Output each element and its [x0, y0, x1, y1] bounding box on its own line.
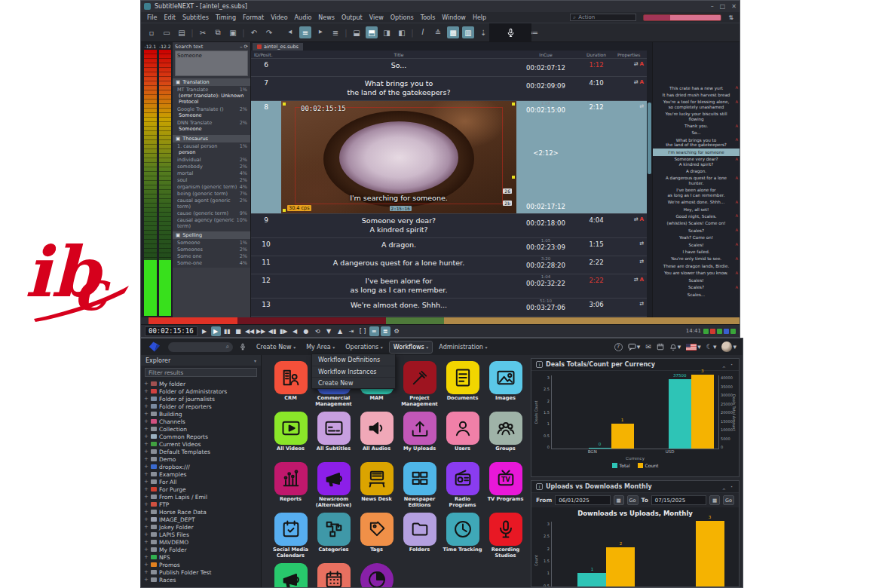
tree-item-folder-of-reporters[interactable]: +Folder of reporters [144, 403, 261, 410]
app-tile-tv-programs[interactable]: TVTV Programs [484, 462, 527, 508]
from-go-button[interactable]: Go [627, 495, 639, 505]
tree-item-folder-of-administrators[interactable]: +Folder of Administrators [144, 387, 261, 395]
subtitle-row-12[interactable]: 12I've been alone foras long as I can re… [251, 274, 647, 299]
app-tile-newspaper-editions[interactable]: Newspaper Editions [398, 462, 441, 508]
expand-icon[interactable]: + [144, 426, 149, 432]
expand-icon[interactable]: + [144, 456, 149, 462]
app-tile-groups[interactable]: Groups [484, 412, 527, 458]
language-flag-icon[interactable]: ▾ [686, 343, 701, 351]
subtitle-row-7[interactable]: 7What brings you tothe land of the gatek… [251, 77, 647, 101]
transport-cols-button[interactable]: ≣ [381, 326, 390, 336]
file-tab[interactable]: aintel_es.subs [253, 43, 303, 51]
menu-edit[interactable]: Edit [164, 14, 176, 21]
row-title[interactable]: A dragon. [281, 238, 516, 256]
section-thesaurus[interactable]: ▣Thesaurus [173, 135, 250, 142]
voice-search-icon[interactable] [239, 342, 247, 351]
toolbar-pos-br-button[interactable]: ◨ [381, 26, 393, 38]
toolbar-align-right-button[interactable]: ⯈ [314, 26, 326, 38]
tree-item-horse-race-data[interactable]: +Horse Race Data [144, 508, 261, 516]
app-tile-all-subtitles[interactable]: All Subtitles [312, 412, 355, 458]
column-header-duration[interactable]: Duration [575, 52, 617, 57]
toolbar-redo-button[interactable]: ↷ [263, 26, 275, 38]
tree-item-dropbox-[interactable]: +dropbox:/// [144, 463, 261, 470]
app-tile-all-audios[interactable]: All Audios [355, 412, 398, 458]
microphone-panel[interactable] [489, 23, 531, 41]
expand-icon[interactable]: + [144, 464, 149, 470]
app-tile-my-clock-in-out[interactable]: My Clock In/Out [355, 563, 398, 588]
subtitle-row-6[interactable]: 6So...00:02:07:121:12⇄A [251, 59, 647, 77]
preview-list-item[interactable]: You're only timid to see.A [653, 256, 740, 262]
to-go-button[interactable]: Go [723, 495, 734, 505]
nav-menu-workflows[interactable]: Workflows ▾ [390, 341, 432, 353]
preview-list-item[interactable]: It has dried mush harvest bread [653, 91, 740, 98]
panel-item[interactable]: 1. causal person1% [173, 142, 250, 149]
toolbar-colors-button[interactable]: ▥ [462, 26, 474, 38]
transport-in-out-button[interactable]: [ ] [358, 326, 368, 336]
tree-item-my-folder[interactable]: +My folder [144, 380, 261, 387]
app-tile-my-uploads[interactable]: My Uploads [398, 412, 441, 458]
mail-icon[interactable]: ✉ [645, 343, 651, 351]
minimize-button[interactable]: – [711, 3, 714, 10]
menu-help[interactable]: Help [473, 14, 486, 21]
legend-count[interactable]: Count [638, 463, 659, 468]
refresh-icon[interactable]: ⟳ [244, 44, 248, 50]
preview-list-item[interactable]: I have failed. [653, 249, 740, 256]
maximize-button[interactable]: □ [720, 3, 726, 10]
panel-item[interactable]: Someones2% [173, 246, 250, 253]
subtitle-row-14[interactable]: 14Hey, all set!00:03:31:102:10⇄ [251, 317, 647, 317]
tree-item-from-lapis-emil[interactable]: +From Lapis / Emil [144, 493, 261, 501]
app-tile-time-tracking[interactable]: Time Tracking [441, 513, 484, 559]
preview-list-item[interactable]: This crate has a new yurtA [653, 84, 740, 91]
expand-icon[interactable]: + [144, 501, 149, 507]
nav-menu-my-area[interactable]: My Area ▾ [302, 341, 338, 353]
action-search-input[interactable]: ⌕Action [570, 14, 636, 21]
transport-pause-button[interactable]: ▮▮ [222, 326, 232, 336]
preview-list-item[interactable]: Scales?A [653, 227, 740, 234]
toolbar-pos-bl-button[interactable]: ⬓ [351, 26, 363, 38]
tree-item-for-purge[interactable]: +For Purge [144, 485, 261, 493]
preview-list-item[interactable]: These are dragon lands, Birdie. [653, 262, 740, 269]
grid-scrollbar[interactable] [647, 42, 652, 317]
tree-item-jokey-folder[interactable]: +Jokey Folder [144, 523, 261, 531]
menu-tools[interactable]: Tools [421, 14, 436, 21]
card-controls[interactable]: ‸ · [722, 484, 734, 490]
app-tile-all-videos[interactable]: All Videos [269, 412, 312, 458]
dropdown-item-create-new[interactable]: Create New [312, 377, 395, 388]
expand-icon[interactable]: + [144, 381, 149, 387]
panel-item[interactable]: Google Translate ()2% [173, 106, 250, 112]
preview-list-item[interactable]: What brings you to the land of the gatek… [653, 136, 740, 149]
preview-list-item[interactable]: Scales... [653, 291, 740, 298]
expand-icon[interactable]: + [144, 418, 149, 424]
column-header-properties[interactable]: Properties [617, 52, 651, 57]
app-tile-newsroom-alternative-[interactable]: Newsroom (Alternative) [312, 462, 355, 508]
toolbar-copy-button[interactable]: ⧉ [212, 26, 224, 38]
nav-menu-operations[interactable]: Operations ▾ [341, 341, 387, 353]
expand-icon[interactable]: + [144, 509, 149, 515]
tree-item-current-videos[interactable]: +Current Videos [144, 440, 261, 448]
panel-item[interactable]: soul2% [173, 176, 250, 183]
toolbar-paste-button[interactable]: ▣ [227, 26, 239, 38]
preview-list-item[interactable]: Scales!A [653, 241, 740, 248]
expand-icon[interactable]: + [144, 388, 149, 394]
messages-icon[interactable]: ▾ [628, 343, 641, 351]
app-tile-social-media-calendars[interactable]: Social Media Calendars [269, 513, 312, 559]
row-properties[interactable]: ⇄ [617, 101, 647, 213]
collapse-icon[interactable]: – [240, 44, 242, 50]
tree-item-demo[interactable]: +Demo [144, 455, 261, 463]
tree-item-collection[interactable]: +Collection [144, 425, 261, 433]
tree-item-nfs[interactable]: +NFS [144, 553, 261, 561]
panel-item[interactable]: causal agent (generic term)2% [173, 197, 250, 210]
toolbar-box-button[interactable]: ▩ [447, 26, 459, 38]
transport-goto-button[interactable]: ⇥ [347, 326, 357, 336]
panel-item[interactable]: MT Translate1% [173, 86, 250, 93]
video-preview[interactable]: 00:02:15:15I'm searching for someone.30.… [281, 101, 516, 213]
row-properties[interactable]: ⇄ [617, 256, 647, 274]
expand-icon[interactable]: + [144, 539, 149, 545]
toolbar-new-button[interactable]: ▫ [145, 26, 158, 38]
tree-item-races[interactable]: +Races [144, 576, 261, 583]
menu-options[interactable]: Options [390, 14, 414, 21]
explorer-collapse-icon[interactable]: ▾ [254, 358, 256, 363]
section-translation[interactable]: ▣Translation [173, 78, 250, 86]
transport-rows-button[interactable]: ≡ [369, 326, 379, 336]
transport-forward-button[interactable]: ▶▶ [256, 326, 266, 336]
